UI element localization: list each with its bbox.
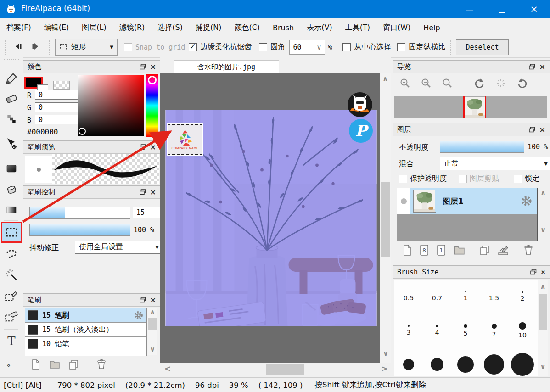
brush-preview-header[interactable]: 笔刷预览 × bbox=[23, 141, 160, 154]
zoom-reset-icon[interactable] bbox=[442, 78, 453, 89]
pen-tool[interactable] bbox=[2, 69, 21, 88]
brush-size-slider[interactable] bbox=[29, 207, 130, 219]
brush-size-option[interactable]: 2 bbox=[508, 280, 537, 314]
menu-window[interactable]: 窗口(W) bbox=[376, 23, 417, 33]
antialias-checkbox[interactable]: 边缘柔化抗锯齿 bbox=[189, 42, 252, 52]
gear-icon[interactable] bbox=[134, 310, 144, 320]
from-center-checkbox-box[interactable] bbox=[342, 43, 351, 51]
transparent-color-swatch[interactable] bbox=[53, 81, 70, 90]
hscroll-thumb[interactable] bbox=[266, 364, 304, 375]
lock-checkbox[interactable]: 锁定 bbox=[514, 174, 539, 184]
close-panel-icon[interactable]: × bbox=[150, 188, 156, 196]
maximize-button[interactable] bbox=[491, 0, 512, 18]
menu-layer[interactable]: 图层(L) bbox=[75, 23, 112, 33]
layer-row-selected[interactable]: 图层1 bbox=[397, 188, 537, 214]
merge-down-icon[interactable] bbox=[497, 244, 509, 256]
new-1bit-layer-icon[interactable]: 1 bbox=[436, 244, 446, 256]
scroll-thumb[interactable] bbox=[148, 318, 157, 330]
delete-brush-icon[interactable] bbox=[96, 359, 107, 370]
brush-size-option[interactable] bbox=[508, 347, 537, 376]
close-panel-icon[interactable]: × bbox=[539, 62, 545, 71]
float-panel-icon[interactable] bbox=[140, 64, 146, 70]
document-tab[interactable]: 含水印的图片.jpg bbox=[174, 60, 279, 73]
brush-size-option[interactable] bbox=[451, 347, 480, 376]
clipping-checkbox[interactable]: 图层剪贴 bbox=[459, 174, 499, 184]
close-panel-icon[interactable]: × bbox=[150, 296, 156, 304]
close-panel-icon[interactable]: × bbox=[541, 268, 545, 276]
lasso-select-tool[interactable] bbox=[2, 245, 21, 263]
blue-input[interactable]: 0 bbox=[35, 115, 78, 124]
float-panel-icon[interactable] bbox=[140, 144, 146, 150]
rotate-ccw-icon[interactable] bbox=[473, 78, 485, 89]
lock-box[interactable] bbox=[514, 175, 522, 183]
new-layer-icon[interactable] bbox=[402, 244, 412, 256]
brush-size-option[interactable]: 0.5 bbox=[394, 280, 423, 314]
zoom-out-icon[interactable] bbox=[421, 78, 432, 89]
scroll-left-icon[interactable]: < bbox=[164, 365, 171, 373]
canvas-viewport[interactable]: P COMPANY NAME bbox=[160, 73, 380, 363]
color-panel-header[interactable]: 颜色 × bbox=[23, 61, 160, 73]
menu-filter[interactable]: 滤镜(R) bbox=[113, 23, 152, 33]
eraser-tool[interactable] bbox=[2, 90, 21, 108]
layer-list-scrollbar[interactable]: ∧ ∨ bbox=[539, 188, 547, 241]
zoom-in-icon[interactable] bbox=[399, 78, 410, 89]
close-panel-icon[interactable]: × bbox=[539, 125, 545, 134]
brush-size-option[interactable]: 4 bbox=[423, 314, 452, 348]
menu-view[interactable]: 表示(V) bbox=[300, 23, 338, 33]
brush-size-option[interactable] bbox=[394, 347, 423, 376]
layer-gear-icon[interactable] bbox=[521, 195, 533, 207]
scroll-up-icon[interactable]: ∧ bbox=[538, 283, 548, 290]
scroll-down-icon[interactable]: ∨ bbox=[147, 346, 157, 353]
float-panel-icon[interactable] bbox=[529, 127, 535, 133]
from-center-checkbox[interactable]: 从中心选择 bbox=[342, 42, 391, 52]
brush-item[interactable]: 10 铅笔 bbox=[25, 337, 146, 351]
menu-tools[interactable]: 工具(T) bbox=[339, 23, 376, 33]
layers-header[interactable]: 图层 × bbox=[393, 123, 550, 136]
brush-size-option[interactable]: 7 bbox=[480, 314, 509, 348]
float-panel-icon[interactable] bbox=[140, 189, 146, 195]
brush-size-option[interactable] bbox=[423, 347, 452, 376]
menu-edit[interactable]: 编辑(E) bbox=[38, 23, 76, 33]
brush-size-option[interactable]: 5 bbox=[451, 314, 480, 348]
select-shape-dropdown[interactable]: 矩形 ▼ bbox=[55, 39, 118, 56]
blend-dropdown[interactable]: 正常 ▼ bbox=[440, 157, 550, 170]
canvas-hscrollbar[interactable]: < > bbox=[160, 363, 391, 376]
magic-wand-tool[interactable] bbox=[2, 266, 21, 284]
snap-to-grid-checkbox[interactable]: Snap to grid bbox=[124, 43, 185, 51]
protect-alpha-box[interactable] bbox=[399, 175, 407, 183]
history-back-button[interactable] bbox=[11, 42, 26, 52]
company-watermark-selection[interactable]: COMPANY NAME bbox=[168, 124, 202, 155]
duplicate-brush-icon[interactable] bbox=[68, 359, 79, 370]
close-panel-icon[interactable]: × bbox=[150, 143, 156, 151]
vscroll-thumb[interactable] bbox=[381, 182, 390, 257]
brush-size-option[interactable] bbox=[480, 347, 509, 376]
brush-size-option[interactable]: 1 bbox=[451, 280, 480, 314]
rounded-corner-checkbox[interactable]: 圆角 bbox=[259, 42, 285, 52]
brush-opacity-slider[interactable] bbox=[29, 224, 130, 236]
brush-control-header[interactable]: 笔刷控制 × bbox=[23, 186, 160, 199]
dot-tool[interactable] bbox=[2, 110, 21, 128]
float-panel-icon[interactable] bbox=[140, 297, 146, 303]
brush-item-partial[interactable] bbox=[25, 351, 146, 356]
navigator-header[interactable]: 导览 × bbox=[393, 61, 550, 73]
menu-file[interactable]: 档案(F) bbox=[0, 23, 38, 33]
fixed-ratio-checkbox-box[interactable] bbox=[397, 43, 405, 51]
brush-size-scrollbar[interactable]: ∧ ∨ bbox=[538, 280, 548, 376]
fill-rect-tool[interactable] bbox=[2, 159, 21, 178]
scroll-up-icon[interactable]: ∧ bbox=[147, 309, 157, 316]
brush-list-scrollbar[interactable]: ∧ ∨ bbox=[147, 308, 157, 355]
canvas-vscrollbar[interactable]: ∧ ∨ bbox=[380, 73, 391, 363]
fixed-ratio-checkbox[interactable]: 固定纵横比 bbox=[397, 42, 445, 52]
layer-visibility-cell[interactable] bbox=[397, 188, 410, 214]
brush-size-option[interactable]: 3 bbox=[394, 314, 423, 348]
saturation-value-picker[interactable] bbox=[78, 75, 144, 136]
antialias-checkbox-box[interactable] bbox=[189, 43, 197, 51]
brush-size-option[interactable]: 1.5 bbox=[480, 280, 509, 314]
minimize-button[interactable]: — bbox=[459, 0, 480, 18]
sv-marker[interactable] bbox=[79, 128, 86, 135]
background-color-swatch[interactable] bbox=[37, 84, 48, 90]
rotate-cw-icon[interactable] bbox=[516, 78, 528, 89]
green-input[interactable]: 0 bbox=[35, 102, 78, 112]
rounded-checkbox-box[interactable] bbox=[259, 43, 267, 51]
bucket-tool[interactable] bbox=[2, 180, 21, 198]
